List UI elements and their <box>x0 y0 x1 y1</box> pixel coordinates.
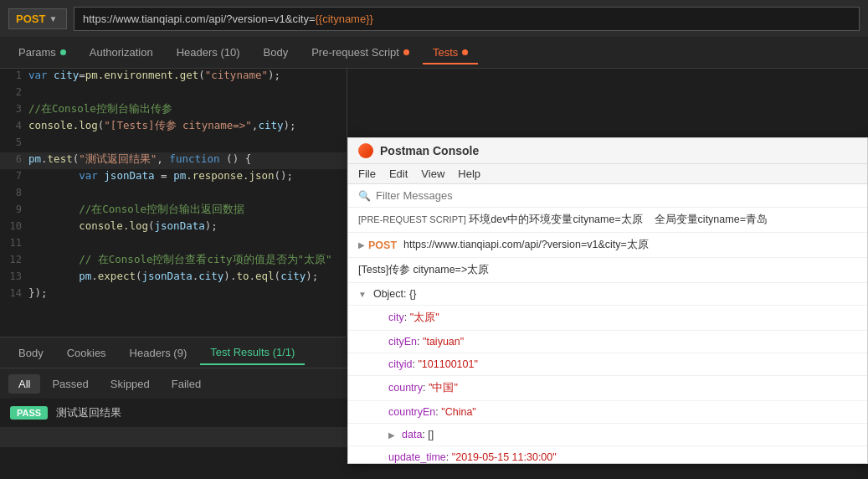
console-row-object-header[interactable]: ▼ Object: {} <box>348 283 867 306</box>
code-line-7: 7 var jsonData = pm.response.json(); <box>0 169 347 186</box>
method-label: POST <box>16 13 45 25</box>
tab-response-cookies[interactable]: Cookies <box>57 342 116 364</box>
console-row-country: country: "中国" <box>348 376 867 401</box>
console-menu-help[interactable]: Help <box>458 167 480 180</box>
tab-response-body-label: Body <box>18 347 44 359</box>
console-row-city: city: "太原" <box>348 306 867 331</box>
tab-body-label: Body <box>264 46 289 59</box>
filter-failed[interactable]: Failed <box>162 374 211 394</box>
console-row-cityEn: cityEn: "taiyuan" <box>348 331 867 353</box>
console-menu-view[interactable]: View <box>421 167 444 180</box>
request-tab-bar: Params Authorization Headers (10) Body P… <box>0 37 868 69</box>
console-title-bar: Postman Console <box>348 138 867 164</box>
filter-passed[interactable]: Passed <box>42 374 98 394</box>
code-line-11: 11 <box>0 236 347 253</box>
console-menu-bar: File Edit View Help <box>348 164 867 184</box>
tab-authorization[interactable]: Authorization <box>80 41 163 64</box>
pass-text: 测试返回结果 <box>56 405 121 420</box>
tab-prerequest-label: Pre-request Script <box>311 46 399 59</box>
console-row-post[interactable]: ▶ POST https://www.tianqiapi.com/api/?ve… <box>348 233 867 258</box>
tab-params[interactable]: Params <box>8 41 76 64</box>
code-line-3: 3 //在Console控制台输出传参 <box>0 102 347 119</box>
console-row-data[interactable]: ▶ data: [] <box>348 424 867 446</box>
tab-tests[interactable]: Tests <box>423 41 478 64</box>
tab-response-headers-label: Headers (9) <box>130 347 187 359</box>
code-line-13: 13 pm.expect(jsonData.city).to.eql(city)… <box>0 270 347 286</box>
code-line-2: 2 <box>0 85 347 102</box>
console-row-cityid: cityid: "101100101" <box>348 353 867 376</box>
console-menu-edit[interactable]: Edit <box>389 167 408 180</box>
tab-response-cookies-label: Cookies <box>67 347 106 359</box>
url-bar[interactable]: https://www.tianqiapi.com/api/?version=v… <box>74 7 860 31</box>
code-line-4: 4 console.log("[Tests]传参 cityname=>",cit… <box>0 119 347 136</box>
code-editor[interactable]: 1 var city=pm.environment.get("cityname"… <box>0 69 347 337</box>
console-menu-file[interactable]: File <box>358 167 376 180</box>
tab-params-label: Params <box>18 46 56 59</box>
url-var: {{cityname}} <box>315 13 372 25</box>
console-row-countryEn: countryEn: "China" <box>348 401 867 424</box>
tab-authorization-label: Authorization <box>90 46 153 59</box>
filter-input[interactable] <box>376 189 857 202</box>
search-icon: 🔍 <box>358 190 371 202</box>
console-row-update-time: update_time: "2019-05-15 11:30:00" <box>348 446 867 463</box>
top-bar: POST ▼ https://www.tianqiapi.com/api/?ve… <box>0 0 868 37</box>
code-line-12: 12 // 在Console控制台查看city项的值是否为"太原" <box>0 253 347 270</box>
tab-headers-label: Headers (10) <box>177 46 240 59</box>
filter-all[interactable]: All <box>8 374 40 394</box>
tab-tests-dot <box>462 49 468 55</box>
console-row-tests-log: [Tests]传参 cityname=>太原 <box>348 258 867 283</box>
postman-console: Postman Console File Edit View Help 🔍 [P… <box>347 137 868 464</box>
postman-icon <box>358 143 373 158</box>
pass-badge: PASS <box>10 406 48 420</box>
method-chevron: ▼ <box>49 14 57 23</box>
console-title: Postman Console <box>380 144 479 157</box>
tab-headers[interactable]: Headers (10) <box>167 41 250 64</box>
tab-tests-label: Tests <box>433 46 458 59</box>
code-line-8: 8 <box>0 186 347 203</box>
method-select[interactable]: POST ▼ <box>8 8 67 29</box>
tab-prerequest-dot <box>403 49 409 55</box>
tab-body[interactable]: Body <box>254 41 299 64</box>
console-body: [PRE-REQUEST SCRIPT] 环境dev中的环境变量cityname… <box>348 208 867 463</box>
tab-test-results-label: Test Results (1/1) <box>210 346 295 358</box>
console-row-prerequest: [PRE-REQUEST SCRIPT] 环境dev中的环境变量cityname… <box>348 208 867 233</box>
filter-skipped[interactable]: Skipped <box>100 374 160 394</box>
code-line-10: 10 console.log(jsonData); <box>0 219 347 236</box>
code-line-6: 6 pm.test("测试返回结果", function () { <box>0 152 347 169</box>
code-line-14: 14 }); <box>0 286 347 303</box>
code-line-5: 5 <box>0 136 347 152</box>
code-line-9: 9 //在Console控制台输出返回数据 <box>0 203 347 219</box>
tab-test-results[interactable]: Test Results (1/1) <box>200 341 305 365</box>
tab-params-dot <box>60 49 66 55</box>
code-line-1: 1 var city=pm.environment.get("cityname"… <box>0 69 347 85</box>
url-static: https://www.tianqiapi.com/api/?version=v… <box>83 13 315 25</box>
console-filter-bar: 🔍 <box>348 184 867 208</box>
tab-response-headers[interactable]: Headers (9) <box>120 342 198 364</box>
tab-response-body[interactable]: Body <box>8 342 54 364</box>
tab-prerequest[interactable]: Pre-request Script <box>301 41 419 64</box>
